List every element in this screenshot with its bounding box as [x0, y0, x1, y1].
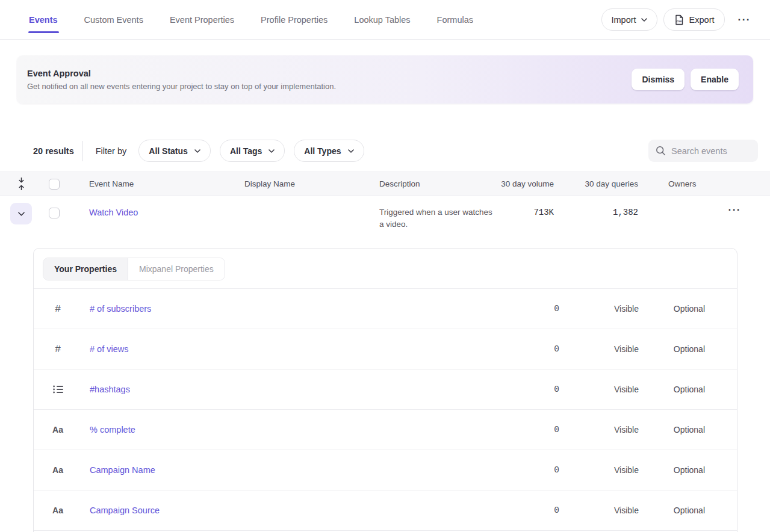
top-nav-actions: Import csv Export ···: [601, 8, 754, 31]
property-requirement: Optional: [639, 465, 705, 475]
properties-panel: Your Properties Mixpanel Properties # # …: [33, 248, 737, 532]
property-name-link[interactable]: #hashtags: [90, 385, 535, 394]
property-name-link[interactable]: # of views: [90, 344, 535, 354]
collapse-all-icon[interactable]: [10, 176, 32, 191]
property-count: 0: [535, 465, 559, 475]
property-name-link[interactable]: Campaign Name: [90, 465, 535, 475]
overflow-menu-button[interactable]: ···: [736, 14, 753, 25]
event-name-link[interactable]: Watch Video: [89, 208, 244, 217]
property-visibility: Visible: [559, 506, 639, 515]
number-icon: #: [51, 344, 65, 355]
row-overflow-menu-button[interactable]: ···: [726, 204, 744, 215]
event-approval-banner: Event Approval Get notified on all new e…: [17, 55, 753, 104]
property-visibility: Visible: [559, 344, 639, 354]
tab-custom-events[interactable]: Custom Events: [84, 0, 143, 39]
column-owners: Owners: [668, 179, 704, 188]
property-name-link[interactable]: Campaign Source: [90, 506, 535, 515]
status-filter-dropdown[interactable]: All Status: [138, 140, 211, 162]
svg-text:csv: csv: [676, 19, 682, 23]
row-actions-cell: ···: [704, 205, 770, 215]
property-name-link[interactable]: % complete: [90, 425, 535, 435]
property-visibility: Visible: [559, 385, 639, 394]
results-count: 20 results: [33, 146, 74, 156]
property-name-link[interactable]: # of subscribers: [90, 304, 535, 314]
property-row: Aa Campaign Source 0 Visible Optional: [34, 490, 737, 531]
export-button-label: Export: [689, 15, 715, 25]
property-row: Aa % complete 0 Visible Optional: [34, 410, 737, 450]
property-visibility: Visible: [559, 304, 639, 314]
tab-formulas[interactable]: Formulas: [437, 0, 473, 39]
property-count: 0: [535, 425, 559, 435]
filter-by-label: Filter by: [96, 146, 127, 156]
export-button[interactable]: csv Export: [663, 8, 725, 31]
banner-text: Event Approval Get notified on all new e…: [27, 69, 336, 91]
property-requirement: Optional: [639, 344, 705, 354]
event-30-day-queries: 1,382: [554, 208, 638, 217]
chevron-down-icon: [641, 18, 647, 22]
chevron-down-icon: [194, 149, 200, 153]
chevron-down-icon: [18, 212, 25, 216]
tab-mixpanel-properties[interactable]: Mixpanel Properties: [128, 258, 225, 280]
column-30-day-volume: 30 day volume: [494, 179, 554, 188]
property-row: # # of subscribers 0 Visible Optional: [34, 289, 737, 329]
chevron-down-icon: [348, 149, 354, 153]
property-row: Aa Campaign Name 0 Visible Optional: [34, 450, 737, 490]
types-filter-dropdown[interactable]: All Types: [294, 140, 364, 162]
number-icon: #: [51, 303, 65, 315]
dismiss-button[interactable]: Dismiss: [632, 69, 685, 90]
property-count: 0: [535, 304, 559, 314]
text-icon: Aa: [51, 425, 65, 435]
tags-filter-value: All Tags: [230, 146, 262, 156]
csv-file-icon: csv: [674, 14, 685, 25]
tab-event-properties[interactable]: Event Properties: [170, 0, 234, 39]
events-table-header: Event Name Display Name Description 30 d…: [0, 172, 770, 196]
nav-tabs: Events Custom Events Event Properties Pr…: [29, 0, 473, 39]
tab-your-properties[interactable]: Your Properties: [43, 258, 128, 280]
property-count: 0: [535, 344, 559, 354]
column-event-name: Event Name: [89, 179, 244, 188]
tab-lookup-tables[interactable]: Lookup Tables: [354, 0, 410, 39]
chevron-down-icon: [269, 149, 275, 153]
properties-tabs: Your Properties Mixpanel Properties: [43, 258, 225, 280]
tab-events[interactable]: Events: [29, 0, 58, 39]
list-icon: [51, 385, 65, 394]
properties-panel-header: Your Properties Mixpanel Properties: [34, 249, 737, 289]
tags-filter-dropdown[interactable]: All Tags: [220, 140, 285, 162]
property-count: 0: [535, 506, 559, 515]
table-row-watch-video: Watch Video Triggered when a user watche…: [0, 196, 770, 248]
text-icon: Aa: [51, 465, 65, 475]
tab-profile-properties[interactable]: Profile Properties: [261, 0, 328, 39]
banner-title: Event Approval: [27, 69, 336, 78]
row-checkbox[interactable]: [49, 208, 60, 218]
column-30-day-queries: 30 day queries: [554, 179, 638, 188]
property-visibility: Visible: [559, 425, 639, 435]
top-nav: Events Custom Events Event Properties Pr…: [0, 0, 770, 40]
property-row: # # of views 0 Visible Optional: [34, 329, 737, 370]
import-button[interactable]: Import: [601, 8, 657, 31]
enable-button[interactable]: Enable: [691, 69, 739, 90]
property-requirement: Optional: [639, 304, 705, 314]
search-icon: [656, 146, 666, 156]
divider: [82, 141, 82, 161]
banner-description: Get notified on all new events entering …: [27, 82, 336, 91]
text-icon: Aa: [51, 506, 65, 515]
search-box: [648, 140, 758, 162]
event-description: Triggered when a user watches a video.: [379, 206, 494, 230]
search-input[interactable]: [671, 146, 751, 156]
property-row: #hashtags 0 Visible Optional: [34, 370, 737, 410]
property-count: 0: [535, 385, 559, 394]
column-display-name: Display Name: [244, 179, 379, 188]
property-visibility: Visible: [559, 465, 639, 475]
select-all-checkbox[interactable]: [49, 179, 60, 190]
banner-actions: Dismiss Enable: [632, 69, 739, 90]
filter-toolbar: 20 results Filter by All Status All Tags…: [33, 140, 758, 162]
property-requirement: Optional: [639, 506, 705, 515]
import-button-label: Import: [612, 15, 636, 25]
types-filter-value: All Types: [304, 146, 341, 156]
event-30-day-volume: 713K: [494, 208, 554, 217]
collapse-row-button[interactable]: [10, 203, 32, 224]
column-description: Description: [379, 179, 494, 188]
status-filter-value: All Status: [149, 146, 188, 156]
property-requirement: Optional: [639, 385, 705, 394]
expander-cell: [10, 203, 32, 224]
